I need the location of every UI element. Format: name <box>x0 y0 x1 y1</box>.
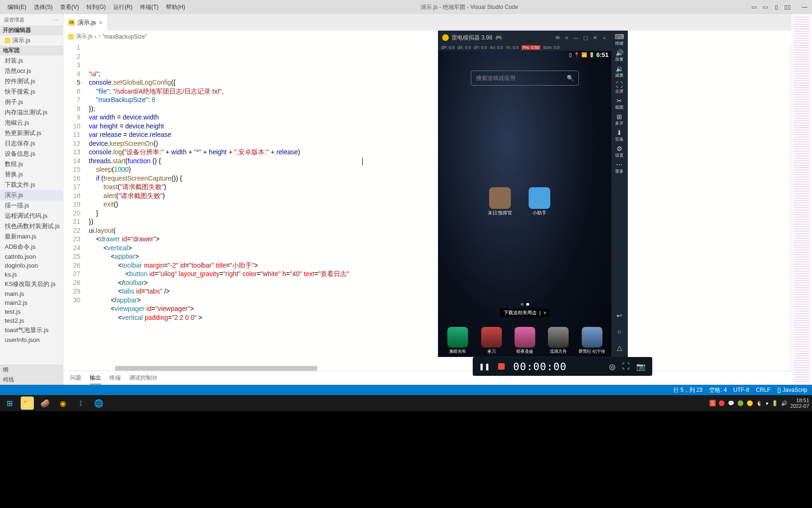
stop-button[interactable] <box>496 361 507 372</box>
emulator-screen[interactable]: ▯ 📍 📶 🔋 6:51 搜索游戏或应用 🔍 末日:指挥官小助手 下载送精美周边… <box>438 51 611 357</box>
tab-current-file[interactable]: JS 演示.js × <box>63 14 108 31</box>
emulator-nav-button[interactable]: ↩ <box>613 310 625 322</box>
emulator-side-button[interactable]: ⋯更多 <box>613 162 625 174</box>
dock-item[interactable]: 暗夜圣徒 <box>511 327 539 355</box>
collapse-icon[interactable]: « <box>601 34 608 41</box>
minimize-icon[interactable]: ― <box>573 34 579 41</box>
emulator-side-button[interactable]: ⬇安装 <box>613 130 625 142</box>
pause-button[interactable]: ❚❚ <box>479 361 490 372</box>
file-tree-item[interactable]: 快手搜索.js <box>0 87 63 97</box>
menu-item[interactable]: 运行(R) <box>109 3 136 11</box>
dock-item[interactable]: 黑暗光年 <box>444 327 472 355</box>
page-indicator[interactable] <box>521 303 529 306</box>
menu-item[interactable]: 帮助(H) <box>162 3 189 11</box>
maximize-icon[interactable]: ▢ <box>582 34 589 41</box>
menu-item[interactable]: 转到(G) <box>83 3 109 11</box>
close-icon[interactable]: × <box>543 310 546 316</box>
file-tree-item[interactable]: dogInfo.json <box>0 261 63 270</box>
file-tree-item[interactable]: main.js <box>0 289 63 298</box>
open-editor-item[interactable]: 演示.js <box>0 35 63 46</box>
fullscreen-icon[interactable]: ⛶ <box>622 362 630 371</box>
emulator-side-button[interactable]: ⚙设置 <box>613 146 625 158</box>
emulator-side-button[interactable]: 🔉减量 <box>613 66 625 78</box>
file-tree-item[interactable]: 设备信息.js <box>0 149 63 159</box>
file-tree-item[interactable]: 下载文件.js <box>0 180 63 190</box>
taskbar-clock[interactable]: 18:51 2022-07 <box>790 397 809 409</box>
menu-item[interactable]: 选择(S) <box>30 3 56 11</box>
file-tree-item[interactable]: toast气泡显示.js <box>0 325 63 335</box>
file-tree-item[interactable]: test2.js <box>0 316 63 325</box>
file-tree-item[interactable]: KS修改取关后的.js <box>0 279 63 289</box>
search-input[interactable]: 搜索游戏或应用 🔍 <box>471 71 579 86</box>
layout-editor-icon[interactable]: ▯▯ <box>784 3 791 11</box>
encoding[interactable]: UTF-8 <box>734 387 750 393</box>
more-icon[interactable]: ··· <box>54 17 59 23</box>
menu-item[interactable]: 查看(V) <box>56 3 83 11</box>
emulator-nav-button[interactable]: ○ <box>613 325 625 338</box>
eol[interactable]: CRLF <box>756 387 771 393</box>
timeline-header[interactable]: 何线 <box>0 375 63 385</box>
dock-item[interactable]: 莽荒纪·纪宁传 <box>578 327 606 355</box>
target-icon[interactable]: ◎ <box>609 362 616 371</box>
mail-icon[interactable]: ✉ <box>554 34 561 41</box>
folder-header[interactable]: 地军团 <box>0 46 63 56</box>
horizontal-scrollbar[interactable] <box>115 366 317 371</box>
dock-item[interactable]: 流浪方舟 <box>544 327 572 355</box>
language-mode[interactable]: {} JavaScrip <box>777 387 807 393</box>
camera-icon[interactable]: 📷 <box>636 362 646 371</box>
system-tray[interactable]: S 🔴💬🟢🟡🐧●🔋🔊 18:51 2022-07 <box>710 397 809 409</box>
file-tree-item[interactable]: 控件测试.js <box>0 76 63 87</box>
file-tree-item[interactable]: 远程调试代码.js <box>0 211 63 221</box>
file-tree-item[interactable]: 找色函数封装测试.js <box>0 221 63 231</box>
emulator-side-button[interactable]: ⛶全屏 <box>613 82 625 94</box>
menu-item[interactable]: 终端(T) <box>136 3 162 11</box>
file-tree-item[interactable]: 内存溢出测试.js <box>0 107 63 118</box>
chrome-icon[interactable]: 🌐 <box>92 397 105 410</box>
file-tree-item[interactable]: ks.js <box>0 270 63 279</box>
vscode-icon[interactable]: ⟟ <box>74 397 87 410</box>
file-tree-item[interactable]: main2.js <box>0 298 63 307</box>
dock-item[interactable]: 寒刀 <box>477 327 506 355</box>
app-icon[interactable]: ◉ <box>56 397 70 410</box>
close-icon[interactable]: × <box>99 19 102 26</box>
menu-icon[interactable]: ≡ <box>563 34 570 41</box>
menu-item[interactable]: 编辑(E) <box>4 3 30 11</box>
cursor-position[interactable]: 行 5，列 23 <box>673 386 703 394</box>
promo-popup[interactable]: 下载送精美周边 | × <box>500 309 550 317</box>
layout-panel-icon[interactable]: ▭ <box>761 3 769 11</box>
file-tree-item[interactable]: ADB命令.js <box>0 242 63 252</box>
app-icon[interactable] <box>529 187 550 209</box>
file-tree-item[interactable]: 泡椒云.js <box>0 118 63 128</box>
file-tree-item[interactable]: 日志保存.js <box>0 138 63 149</box>
close-icon[interactable]: ✕ <box>592 34 598 41</box>
file-tree-item[interactable]: 浩然ocr.js <box>0 66 63 76</box>
emulator-side-button[interactable]: ⌨按键 <box>613 34 625 46</box>
file-tree-item[interactable]: 热更新测试.js <box>0 128 63 138</box>
emulator-nav-button[interactable]: △ <box>613 341 625 354</box>
app-icon[interactable]: 🥔 <box>39 397 52 410</box>
file-tree-item[interactable]: 揺一揺.js <box>0 200 63 211</box>
file-tree-item[interactable]: test.js <box>0 307 63 316</box>
layout-side-icon[interactable]: ▯ <box>773 3 780 11</box>
file-tree-item[interactable]: 例子.js <box>0 97 63 107</box>
emulator-side-button[interactable]: 🔊加量 <box>613 50 625 62</box>
file-tree-item[interactable]: 演示.js <box>0 190 63 200</box>
start-button[interactable]: ⊞ <box>3 397 16 410</box>
file-explorer-icon[interactable]: 📁 <box>21 397 34 410</box>
minimize-icon[interactable]: ― <box>801 3 808 11</box>
layout-toggle-icon[interactable]: ▭ <box>750 3 757 11</box>
file-tree-item[interactable]: catInfo.json <box>0 252 63 261</box>
emulator-side-button[interactable]: ⊞多开 <box>613 114 625 126</box>
outline-header[interactable]: 纲 <box>0 365 63 375</box>
open-editors-header[interactable]: 开的编辑器 <box>0 25 63 35</box>
app-icon[interactable] <box>489 187 511 209</box>
panel-tab[interactable]: 问题 <box>70 372 81 384</box>
panel-tab[interactable]: 终端 <box>109 372 121 384</box>
file-tree-item[interactable]: 数组.js <box>0 159 63 169</box>
panel-tab[interactable]: 调试控制台 <box>129 372 157 384</box>
indentation[interactable]: 空格: 4 <box>709 386 726 394</box>
emulator-side-button[interactable]: ✂截图 <box>613 98 625 110</box>
panel-tab[interactable]: 输出 <box>90 372 101 384</box>
file-tree-item[interactable]: userInfo.json <box>0 335 63 344</box>
file-tree-item[interactable]: 封装.js <box>0 56 63 66</box>
